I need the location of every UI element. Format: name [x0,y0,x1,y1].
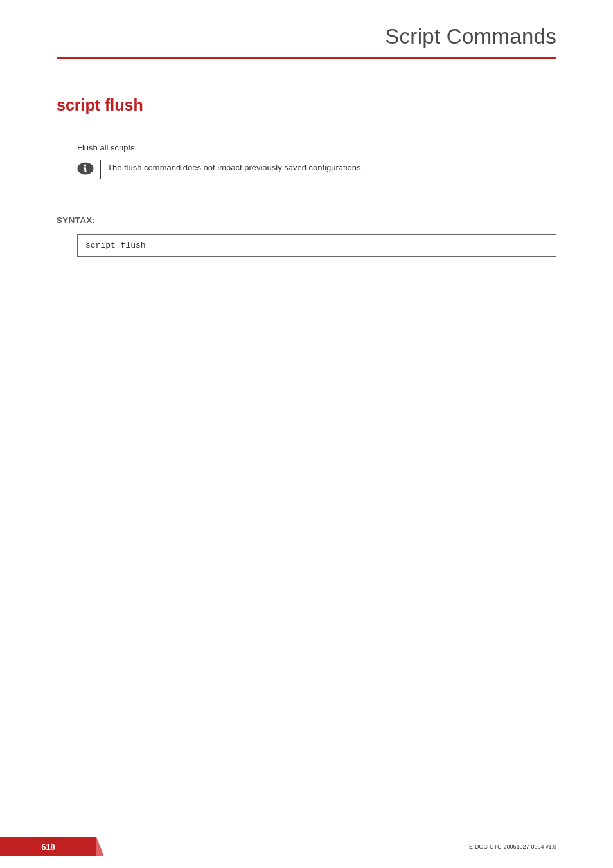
page-number-accent [96,837,104,856]
info-icon [77,162,94,177]
syntax-label: SYNTAX: [57,215,556,225]
command-title: script flush [57,96,556,114]
syntax-code: script flush [85,240,146,250]
page-header-title: Script Commands [385,24,556,48]
page-header: Script Commands [0,0,613,49]
info-note-row: The flush command does not impact previo… [77,161,556,179]
document-id: E-DOC-CTC-20061027-0004 v1.0 [469,844,556,850]
content-area: script flush Flush all scripts. The flus… [0,59,613,257]
page-number: 618 [41,842,55,852]
syntax-code-box: script flush [77,234,556,257]
page-number-box: 618 [0,837,96,856]
info-divider [100,160,101,179]
command-description: Flush all scripts. [77,143,556,152]
page-footer: 618 E-DOC-CTC-20061027-0004 v1.0 [0,836,613,868]
info-note-text: The flush command does not impact previo… [107,161,363,172]
svg-point-2 [84,164,86,166]
